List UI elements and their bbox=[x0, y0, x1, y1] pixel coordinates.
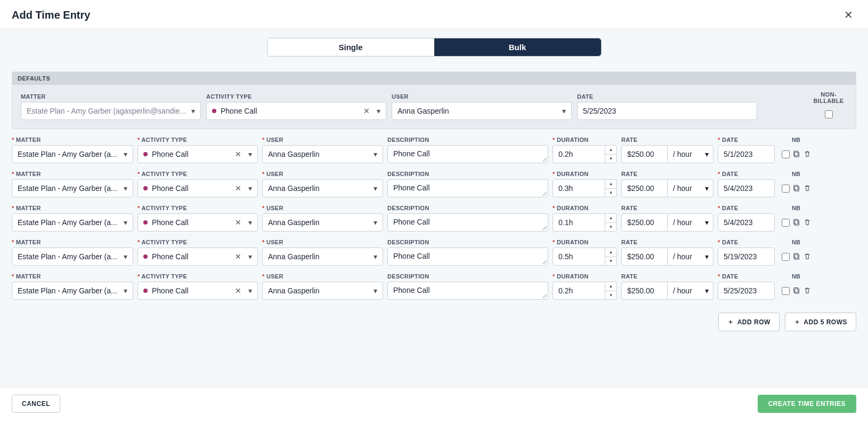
row-rate-input[interactable]: $250.00 bbox=[621, 145, 667, 163]
row-nb-checkbox[interactable] bbox=[782, 150, 790, 158]
stepper-down-icon[interactable]: ▼ bbox=[605, 257, 616, 266]
row-nb-checkbox[interactable] bbox=[782, 185, 790, 193]
copy-icon[interactable] bbox=[793, 287, 800, 294]
cancel-button[interactable]: CANCEL bbox=[12, 395, 60, 413]
row-activity-label: ACTIVITY TYPE bbox=[137, 273, 258, 280]
row-activity-select[interactable]: Phone Call ✕ ▾ bbox=[137, 248, 258, 266]
copy-icon[interactable] bbox=[793, 219, 800, 226]
row-user-select[interactable]: Anna Gasperlin ▾ bbox=[262, 248, 383, 266]
row-matter-select[interactable]: Estate Plan - Amy Garber (a... ▾ bbox=[12, 282, 133, 300]
row-rate-unit-select[interactable]: / hour ▾ bbox=[667, 145, 713, 163]
row-duration-input[interactable]: 0.2h ▲ ▼ bbox=[553, 145, 617, 163]
row-date-input[interactable]: 5/1/2023 bbox=[718, 145, 775, 163]
defaults-matter-select[interactable]: Estate Plan - Amy Garber (agasperlin@san… bbox=[21, 102, 201, 120]
chevron-down-icon: ▾ bbox=[374, 252, 377, 261]
row-user-value: Anna Gasperlin bbox=[268, 218, 320, 227]
row-matter-select[interactable]: Estate Plan - Amy Garber (a... ▾ bbox=[12, 179, 133, 197]
row-date-value: 5/25/2023 bbox=[724, 286, 757, 295]
stepper-up-icon[interactable]: ▲ bbox=[605, 180, 616, 189]
trash-icon[interactable] bbox=[804, 150, 811, 158]
tab-bulk[interactable]: Bulk bbox=[434, 38, 601, 56]
row-rate-unit-select[interactable]: / hour ▾ bbox=[667, 179, 713, 197]
stepper-up-icon[interactable]: ▲ bbox=[605, 214, 616, 223]
create-time-entries-button[interactable]: CREATE TIME ENTRIES bbox=[758, 395, 856, 413]
row-description-input[interactable]: Phone Call bbox=[387, 145, 548, 163]
defaults-date-input[interactable]: 5/25/2023 bbox=[577, 102, 757, 120]
stepper-up-icon[interactable]: ▲ bbox=[605, 146, 616, 155]
row-rate-input[interactable]: $250.00 bbox=[621, 179, 667, 197]
defaults-nb-checkbox[interactable] bbox=[825, 110, 833, 118]
clear-icon[interactable]: ✕ bbox=[235, 252, 241, 261]
row-matter-select[interactable]: Estate Plan - Amy Garber (a... ▾ bbox=[12, 213, 133, 232]
defaults-date-value: 5/25/2023 bbox=[583, 107, 616, 115]
chevron-down-icon: ▾ bbox=[377, 107, 380, 115]
row-user-label: USER bbox=[262, 171, 383, 177]
close-button[interactable]: ✕ bbox=[841, 9, 856, 21]
stepper-up-icon[interactable]: ▲ bbox=[605, 248, 616, 257]
row-activity-select[interactable]: Phone Call ✕ ▾ bbox=[137, 213, 258, 232]
add-5-rows-button[interactable]: ＋ ADD 5 ROWS bbox=[785, 313, 856, 331]
copy-icon[interactable] bbox=[793, 150, 800, 158]
row-description-input[interactable]: Phone Call bbox=[387, 248, 548, 266]
row-duration-label: DURATION bbox=[553, 171, 617, 177]
row-description-input[interactable]: Phone Call bbox=[387, 282, 548, 300]
trash-icon[interactable] bbox=[804, 185, 811, 192]
row-rate-label: RATE bbox=[621, 239, 713, 245]
entry-row: MATTER Estate Plan - Amy Garber (a... ▾ … bbox=[12, 137, 856, 163]
row-duration-input[interactable]: 0.1h ▲ ▼ bbox=[553, 213, 617, 232]
row-rate-input[interactable]: $250.00 bbox=[621, 282, 667, 300]
clear-icon[interactable]: ✕ bbox=[235, 150, 241, 158]
copy-icon[interactable] bbox=[793, 185, 800, 192]
trash-icon[interactable] bbox=[804, 219, 811, 226]
row-activity-select[interactable]: Phone Call ✕ ▾ bbox=[137, 145, 258, 163]
row-rate-unit-select[interactable]: / hour ▾ bbox=[667, 213, 713, 232]
row-rate-unit-select[interactable]: / hour ▾ bbox=[667, 248, 713, 266]
row-user-select[interactable]: Anna Gasperlin ▾ bbox=[262, 213, 383, 232]
clear-icon[interactable]: ✕ bbox=[363, 107, 370, 115]
row-activity-select[interactable]: Phone Call ✕ ▾ bbox=[137, 179, 258, 197]
row-user-select[interactable]: Anna Gasperlin ▾ bbox=[262, 282, 383, 300]
stepper-down-icon[interactable]: ▼ bbox=[605, 155, 616, 163]
clear-icon[interactable]: ✕ bbox=[235, 184, 241, 193]
row-rate-input[interactable]: $250.00 bbox=[621, 248, 667, 266]
row-date-input[interactable]: 5/4/2023 bbox=[718, 179, 775, 197]
clear-icon[interactable]: ✕ bbox=[235, 218, 241, 227]
row-duration-label: DURATION bbox=[553, 137, 617, 143]
row-user-select[interactable]: Anna Gasperlin ▾ bbox=[262, 179, 383, 197]
row-user-select[interactable]: Anna Gasperlin ▾ bbox=[262, 145, 383, 163]
stepper-down-icon[interactable]: ▼ bbox=[605, 223, 616, 232]
row-date-input[interactable]: 5/4/2023 bbox=[718, 213, 775, 232]
row-nb-checkbox[interactable] bbox=[782, 287, 790, 295]
row-description-input[interactable]: Phone Call bbox=[387, 213, 548, 232]
row-rate-input[interactable]: $250.00 bbox=[621, 213, 667, 232]
row-nb-checkbox[interactable] bbox=[782, 253, 790, 261]
add-row-button[interactable]: ＋ ADD ROW bbox=[718, 313, 780, 331]
trash-icon[interactable] bbox=[804, 287, 811, 294]
chevron-down-icon: ▾ bbox=[124, 252, 127, 261]
row-matter-label: MATTER bbox=[12, 137, 133, 143]
row-matter-select[interactable]: Estate Plan - Amy Garber (a... ▾ bbox=[12, 145, 133, 163]
defaults-user-select[interactable]: Anna Gasperlin ▾ bbox=[392, 102, 572, 120]
row-matter-select[interactable]: Estate Plan - Amy Garber (a... ▾ bbox=[12, 248, 133, 266]
stepper-down-icon[interactable]: ▼ bbox=[605, 189, 616, 197]
activity-dot-icon bbox=[143, 220, 148, 225]
trash-icon[interactable] bbox=[804, 253, 811, 260]
activity-dot-icon bbox=[212, 109, 216, 113]
defaults-activity-select[interactable]: Phone Call ✕ ▾ bbox=[206, 102, 386, 120]
copy-icon[interactable] bbox=[793, 253, 800, 260]
row-date-input[interactable]: 5/19/2023 bbox=[718, 248, 775, 266]
row-activity-select[interactable]: Phone Call ✕ ▾ bbox=[137, 282, 258, 300]
row-duration-input[interactable]: 0.2h ▲ ▼ bbox=[553, 282, 617, 300]
row-description-input[interactable]: Phone Call bbox=[387, 179, 548, 197]
row-nb-checkbox[interactable] bbox=[782, 219, 790, 227]
chevron-down-icon: ▾ bbox=[705, 150, 709, 158]
stepper-down-icon[interactable]: ▼ bbox=[605, 291, 616, 300]
row-rate-unit-select[interactable]: / hour ▾ bbox=[667, 282, 713, 300]
row-date-input[interactable]: 5/25/2023 bbox=[718, 282, 775, 300]
row-duration-input[interactable]: 0.5h ▲ ▼ bbox=[553, 248, 617, 266]
tab-single[interactable]: Single bbox=[267, 38, 434, 56]
stepper-up-icon[interactable]: ▲ bbox=[605, 282, 616, 291]
modal-footer: CANCEL CREATE TIME ENTRIES bbox=[0, 387, 868, 420]
row-duration-input[interactable]: 0.3h ▲ ▼ bbox=[553, 179, 617, 197]
clear-icon[interactable]: ✕ bbox=[235, 286, 241, 295]
